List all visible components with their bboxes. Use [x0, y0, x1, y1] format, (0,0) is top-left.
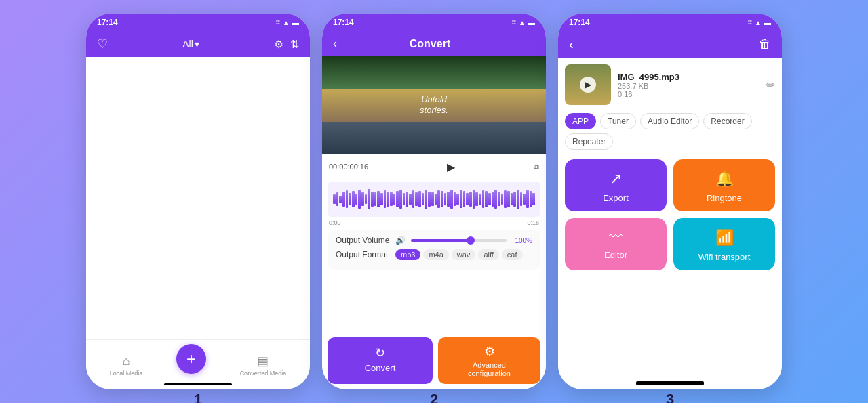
action-buttons: ↻ Convert ⚙ Advancedconfiguration: [322, 333, 546, 389]
status-time-3: 17:14: [569, 18, 590, 27]
file-thumbnail: ▶: [565, 64, 611, 105]
copy-icon[interactable]: ⧉: [534, 163, 539, 171]
waveform-time: 0:00 0:16: [322, 219, 546, 226]
waveform-container: [328, 182, 540, 217]
volume-percent: 100%: [515, 237, 532, 245]
tab-app[interactable]: APP: [565, 113, 596, 129]
tab-repeater-label: Repeater: [572, 137, 606, 146]
advanced-icon: ⚙: [484, 344, 495, 359]
export-card[interactable]: ↗ Export: [565, 159, 667, 211]
waveform-bars: [333, 184, 535, 214]
status-icons-3: ⠿ ▲ ▬: [747, 19, 771, 26]
settings-icon[interactable]: ⚙: [274, 38, 283, 51]
file-info-row: ▶ IMG_4995.mp3 253.7 KB 0:16 ✏: [565, 64, 775, 105]
play-button[interactable]: ▶: [441, 157, 460, 176]
local-media-label: Local Media: [110, 370, 143, 377]
wifi-transport-label: Wifi transport: [698, 252, 751, 262]
wifi-icon: ▲: [283, 19, 290, 26]
status-bar-1: 17:14 ⠿ ▲ ▬: [86, 14, 310, 31]
format-row: Output Format mp3 m4a wav aiff caf: [336, 249, 532, 260]
wifi-transport-icon: 📶: [715, 229, 734, 247]
status-bar-2: 17:14 ⠿ ▲ ▬: [322, 14, 546, 31]
signal-icon-3: ⠿: [747, 19, 752, 26]
location-icon: ♡: [97, 37, 108, 51]
time-display: 00:00:00:16: [329, 163, 368, 171]
screen1-header: ♡ All ▾ ⚙ ⇅: [86, 31, 310, 57]
tab-tuner[interactable]: Tuner: [600, 113, 636, 129]
ringtone-card[interactable]: 🔔 Ringtone: [673, 159, 775, 211]
export-label: Export: [603, 193, 629, 203]
file-name: IMG_4995.mp3: [618, 72, 760, 82]
format-m4a[interactable]: m4a: [423, 249, 448, 260]
format-label: Output Format: [336, 250, 390, 259]
wifi-icon-2: ▲: [519, 19, 526, 26]
tabs-row: APP Tuner Audio Editor Recorder Repeater: [565, 113, 775, 150]
screen-number-3: 3: [666, 391, 674, 403]
status-icons-2: ⠿ ▲ ▬: [511, 19, 535, 26]
all-filter-btn[interactable]: All ▾: [182, 39, 199, 49]
format-wav[interactable]: wav: [452, 249, 476, 260]
plus-icon: +: [186, 351, 196, 367]
status-time-2: 17:14: [333, 18, 354, 27]
format-caf[interactable]: caf: [502, 249, 523, 260]
home-indicator-1: [164, 383, 232, 385]
advanced-label: Advancedconfiguration: [468, 361, 511, 377]
screen2-header: ‹ Convert: [322, 31, 546, 56]
back-button-2[interactable]: ‹: [333, 37, 337, 51]
status-icons-1: ⠿ ▲ ▬: [275, 19, 299, 26]
converted-media-label: Converted Media: [240, 370, 287, 377]
add-button[interactable]: +: [176, 344, 206, 374]
phone-screen-2: 17:14 ⠿ ▲ ▬ ‹ Convert Untoldstories.: [322, 14, 546, 389]
wifi-transport-card[interactable]: 📶 Wifi transport: [673, 218, 775, 270]
tab-recorder[interactable]: Recorder: [703, 113, 751, 129]
format-chips: mp3 m4a wav aiff caf: [395, 249, 523, 260]
home-indicator-3: [636, 381, 704, 385]
tab-audio-editor[interactable]: Audio Editor: [640, 113, 699, 129]
play-circle[interactable]: ▶: [580, 77, 596, 93]
volume-icon: 🔊: [395, 236, 406, 245]
convert-icon: ↻: [375, 345, 385, 360]
ringtone-icon: 🔔: [715, 170, 734, 188]
local-media-nav[interactable]: ⌂ Local Media: [110, 354, 143, 377]
edit-icon[interactable]: ✏: [766, 79, 775, 91]
phone-screen-3: 17:14 ⠿ ▲ ▬ ‹ 🗑 ▶ IMG_4995.mp3: [558, 14, 782, 389]
format-aiff[interactable]: aiff: [478, 249, 498, 260]
screen3-header: ‹ 🗑: [558, 31, 782, 58]
screen-number-1: 1: [194, 391, 202, 403]
battery-icon-3: ▬: [764, 19, 771, 26]
wifi-icon-3: ▲: [755, 19, 762, 26]
tab-tuner-label: Tuner: [608, 116, 629, 126]
back-button-3[interactable]: ‹: [569, 37, 574, 52]
export-icon: ↗: [610, 170, 622, 188]
player-controls: 00:00:00:16 ▶ ⧉: [322, 154, 546, 179]
converted-nav-icon: ▤: [257, 354, 269, 368]
format-mp3[interactable]: mp3: [395, 249, 420, 260]
waveform-end: 0:16: [527, 219, 539, 226]
battery-icon-2: ▬: [528, 19, 535, 26]
screen3-content: ▶ IMG_4995.mp3 253.7 KB 0:16 ✏ APP Tuner: [558, 58, 782, 381]
file-duration: 0:16: [618, 90, 760, 98]
converted-media-nav[interactable]: ▤ Converted Media: [240, 354, 287, 377]
screen-number-2: 2: [430, 391, 438, 403]
play-icon-3: ▶: [585, 80, 591, 89]
screen2-content: Untoldstories. 00:00:00:16 ▶ ⧉ 0:00 0:16: [322, 56, 546, 389]
volume-row: Output Volume 🔊 100%: [336, 236, 532, 245]
volume-thumb[interactable]: [467, 236, 475, 245]
settings-panel: Output Volume 🔊 100% Output Format mp3 m…: [328, 230, 540, 270]
all-label: All: [182, 39, 193, 49]
header-right-icons: ⚙ ⇅: [274, 38, 299, 51]
sort-icon[interactable]: ⇅: [290, 38, 299, 51]
signal-icon-2: ⠿: [511, 19, 516, 26]
advanced-config-button[interactable]: ⚙ Advancedconfiguration: [438, 337, 540, 384]
editor-card[interactable]: 〰 Editor: [565, 218, 667, 270]
battery-icon: ▬: [292, 19, 299, 26]
volume-slider[interactable]: [411, 239, 507, 242]
home-nav-icon: ⌂: [123, 354, 130, 368]
video-strip-bot: [322, 122, 546, 154]
editor-label: Editor: [604, 250, 627, 260]
convert-button[interactable]: ↻ Convert: [328, 337, 433, 384]
tab-repeater[interactable]: Repeater: [565, 133, 613, 150]
delete-button[interactable]: 🗑: [759, 37, 771, 51]
tab-app-label: APP: [572, 116, 589, 126]
file-size: 253.7 KB: [618, 82, 760, 90]
